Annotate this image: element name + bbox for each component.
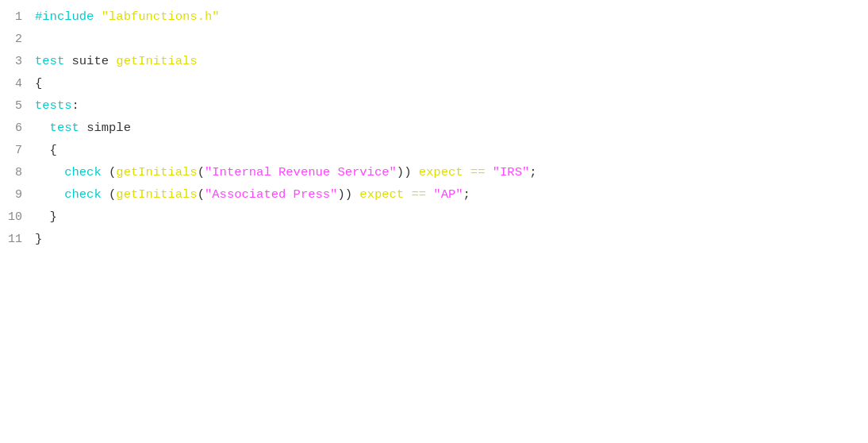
token: )) <box>397 165 419 179</box>
line-content: #include "labfunctions.h" <box>35 6 220 28</box>
token: ; <box>529 165 536 179</box>
code-line: 10 } <box>0 206 868 229</box>
line-content: test suite getInitials <box>35 51 198 72</box>
line-number: 8 <box>0 163 22 183</box>
token: } <box>35 210 57 224</box>
token: : <box>72 98 79 113</box>
code-line: 9 check (getInitials("Associated Press")… <box>0 184 868 206</box>
code-line: 5tests: <box>0 95 868 117</box>
token: == <box>404 187 433 202</box>
token: simple <box>79 121 131 135</box>
line-content: test simple <box>35 117 131 139</box>
line-content <box>35 29 42 50</box>
line-number: 6 <box>0 118 22 139</box>
token: == <box>463 165 493 179</box>
line-number: 4 <box>0 74 22 94</box>
line-content: } <box>35 206 57 228</box>
token: ( <box>198 165 205 179</box>
line-number: 1 <box>0 7 22 28</box>
token: getInitials <box>116 165 197 179</box>
token: check <box>64 165 102 179</box>
code-editor: 1#include "labfunctions.h"2 3test suite … <box>0 0 868 443</box>
token: expect <box>419 165 463 179</box>
line-number: 11 <box>0 229 22 250</box>
line-number: 9 <box>0 185 22 206</box>
token: expect <box>359 187 404 202</box>
token: "Associated Press" <box>205 187 337 202</box>
line-content: check (getInitials("Internal Revenue Ser… <box>35 162 537 183</box>
token <box>35 121 50 135</box>
code-line: 6 test simple <box>0 117 868 140</box>
token: tests <box>35 98 72 113</box>
code-line: 3test suite getInitials <box>0 51 868 73</box>
token: "labfunctions.h" <box>102 10 220 24</box>
line-content: { <box>35 73 42 94</box>
line-content: } <box>35 229 42 250</box>
line-number: 10 <box>0 207 22 228</box>
line-content: check (getInitials("Associated Press")) … <box>35 184 470 206</box>
token: getInitials <box>116 54 197 68</box>
line-number: 3 <box>0 52 22 72</box>
line-number: 5 <box>0 96 22 117</box>
token: } <box>35 232 42 246</box>
line-content: { <box>35 140 57 161</box>
token: "Internal Revenue Service" <box>205 165 397 179</box>
code-line: 7 { <box>0 140 868 162</box>
code-line: 4{ <box>0 73 868 95</box>
token: { <box>35 76 42 91</box>
line-content: tests: <box>35 95 79 117</box>
token <box>35 165 64 179</box>
line-number: 7 <box>0 141 22 161</box>
token: test <box>35 54 64 68</box>
token: test <box>50 121 79 135</box>
token: ( <box>198 187 205 202</box>
token: ; <box>463 187 470 202</box>
token <box>94 10 101 24</box>
token <box>35 187 64 202</box>
token: ( <box>102 165 117 179</box>
code-line: 2 <box>0 29 868 51</box>
token: "IRS" <box>493 165 530 179</box>
token: getInitials <box>116 187 197 202</box>
token: #include <box>35 10 94 24</box>
token: "AP" <box>433 187 463 202</box>
token: suite <box>64 54 116 68</box>
line-number: 2 <box>0 29 22 50</box>
token: check <box>64 187 102 202</box>
token: { <box>35 143 57 157</box>
code-line: 8 check (getInitials("Internal Revenue S… <box>0 162 868 184</box>
token: )) <box>337 187 359 202</box>
code-line: 11} <box>0 229 868 251</box>
code-line: 1#include "labfunctions.h" <box>0 6 868 29</box>
token: ( <box>102 187 117 202</box>
